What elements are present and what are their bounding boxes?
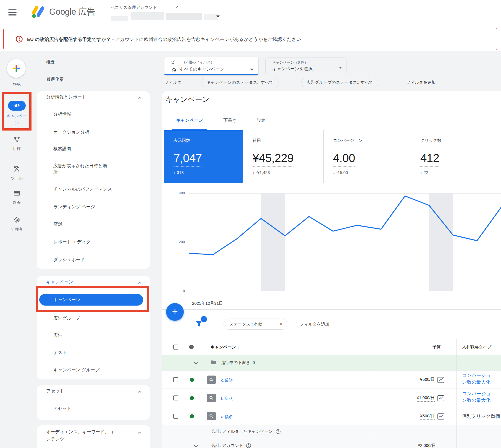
filter-chip-label: 広告グループのステータス:: すべて (306, 80, 373, 85)
metric-value: ¥45,229 (253, 152, 293, 167)
budget-value[interactable]: ¥500/日 (420, 413, 435, 420)
chevron-up-icon[interactable] (137, 95, 142, 100)
bid-strategy-link[interactable]: コンバージョ ン数の最大化 (462, 390, 491, 404)
campaign-link[interactable]: c.業態 (221, 378, 233, 383)
filter-chip-adgroup-status[interactable]: 広告グループのステータス:: すべて (301, 78, 378, 87)
page-title: キャンペーン (166, 95, 209, 104)
drafts-row-label: 進行中の下書き: 0 (221, 360, 255, 365)
row-checkbox[interactable] (173, 395, 178, 400)
status-column-dot-icon[interactable] (189, 345, 194, 349)
account-switcher-caret-icon[interactable] (216, 15, 220, 17)
card-separator (323, 130, 324, 183)
add-filter-button-table[interactable]: フィルタを追加 (300, 322, 329, 327)
subnav-item-report-editor[interactable]: レポート エディタ (53, 239, 91, 245)
subnav-item-ads[interactable]: 広告 (53, 332, 62, 338)
chevron-down-icon[interactable] (193, 360, 199, 366)
billing-card-icon[interactable] (13, 189, 21, 197)
campaign-select-dropdown[interactable]: キャンペーン（6 件） キャンペーンを選択 (265, 58, 347, 74)
metric-delta: ↑ 22 (420, 170, 485, 175)
subnav-item-assets[interactable]: アセット (53, 405, 72, 411)
metric-card-cost[interactable]: 費用 ¥45,229 ↓ -¥1,423 (243, 130, 323, 183)
bid-strategy-link[interactable]: コンバージョ ン数の最大化 (462, 372, 491, 386)
tab-campaigns[interactable]: キャンペーン (172, 118, 207, 123)
subnav-group-campaigns-title[interactable]: キャンペーン (46, 279, 73, 285)
status-enabled-icon[interactable] (190, 396, 194, 400)
campaign-link[interactable]: a.指名 (221, 414, 233, 420)
add-filter-button[interactable]: フィルタを追加 (406, 80, 436, 85)
filter-chip-label: キャンペーンのステータス:: すべて (206, 80, 273, 85)
tab-drafts[interactable]: 下書き (220, 118, 240, 123)
home-icon (171, 67, 177, 72)
subnav-item-ad-groups[interactable]: 広告グループ (53, 315, 80, 321)
row-checkbox[interactable] (173, 414, 178, 419)
subnav-item-campaign-groups[interactable]: キャンペーン グループ (53, 367, 99, 373)
help-icon[interactable]: ? (246, 443, 251, 448)
chevron-up-icon[interactable] (137, 389, 142, 394)
rail-item-admin-label[interactable]: 管理者 (0, 226, 33, 233)
column-header-bid-strategy[interactable]: 入札戦略タイプ (462, 345, 491, 350)
column-header-campaign[interactable]: キャンペーン ↓ (211, 345, 239, 350)
view-dropdown[interactable]: ビュー（2 個のフィルタ） すべてのキャンペーン (164, 57, 258, 75)
subnav-item-experiments[interactable]: テスト (53, 350, 67, 356)
tab-settings[interactable]: 設定 (253, 118, 269, 123)
status-enabled-icon[interactable] (190, 378, 194, 382)
budget-chart-icon[interactable] (437, 377, 445, 383)
remove-filter-icon[interactable]: × (280, 321, 283, 327)
chevron-down-icon[interactable] (193, 443, 199, 448)
active-tab-underline (172, 129, 207, 130)
subnav-item-landing-pages[interactable]: ランディング ページ (53, 204, 95, 210)
rail-item-create-label[interactable]: 作成 (0, 80, 33, 87)
dropdown-caret-icon (250, 69, 253, 71)
metric-card-clicks[interactable]: クリック数 412 ↑ 22 (411, 130, 485, 183)
metric-value: 412 (420, 152, 439, 167)
budget-value[interactable]: ¥1,000/日 (417, 395, 435, 402)
rail-item-campaigns[interactable] (8, 101, 26, 111)
column-header-budget[interactable]: 予算 (372, 345, 441, 350)
subnav-item-dashboards[interactable]: ダッシュボード (53, 257, 85, 263)
create-button[interactable] (7, 59, 26, 78)
breadcrumb-manager-account[interactable]: ペコリス管理アカウント (111, 5, 157, 10)
goals-trophy-icon[interactable] (13, 136, 21, 144)
select-all-checkbox[interactable] (173, 345, 178, 350)
rail-item-tools-label[interactable]: ツール (0, 175, 33, 182)
filter-chip-campaign-status[interactable]: キャンペーンのステータス:: すべて (201, 78, 279, 87)
row-checkbox[interactable] (173, 377, 178, 382)
subnav-item-overview[interactable]: 概要 (46, 59, 55, 65)
subnav-group-audiences-title[interactable]: オーディエンス、キーワード、コンテンツ (46, 428, 118, 443)
rail-item-campaigns-label[interactable]: キャンペーン (6, 113, 28, 126)
add-campaign-fab[interactable]: + (166, 303, 184, 321)
chevron-up-icon[interactable] (137, 280, 142, 285)
budget-value[interactable]: ¥500/日 (420, 377, 435, 383)
subnav-item-search-terms[interactable]: 検索語句 (53, 146, 71, 152)
metric-value: 4.00 (333, 152, 355, 167)
google-ads-app: Google 広告 ペコリス管理アカウント > EU の政治広告を配信する予定で… (0, 0, 501, 448)
tools-icon[interactable] (13, 165, 21, 173)
subnav-item-auction-insights[interactable]: オークション分析 (53, 129, 89, 135)
menu-hamburger-icon[interactable] (8, 9, 17, 16)
subnav-item-recommendations[interactable]: 最適化案 (46, 77, 64, 82)
chevron-up-icon[interactable] (137, 430, 142, 435)
subnav-group-assets-title[interactable]: アセット (46, 388, 64, 394)
campaign-link[interactable]: b.症状 (221, 396, 233, 401)
rail-item-billing-label[interactable]: 料金 (0, 199, 33, 206)
subnav-item-stores[interactable]: 店舗 (53, 221, 62, 227)
budget-cell: ¥500/日 (372, 413, 445, 420)
help-icon[interactable]: ? (276, 429, 281, 434)
view-dropdown-value: すべてのキャンペーン (179, 66, 224, 72)
metric-card-conversions[interactable]: コンバージョン 4.00 ↓ -15.00 (323, 130, 411, 183)
metric-card-impressions[interactable]: 表示回数 7,047 ↑ 318 (164, 130, 243, 183)
subnav-item-channel-performance[interactable]: チャンネルのパフォーマンス (53, 186, 112, 192)
subnav-group-insights-title[interactable]: 分析情報とレポート (46, 94, 86, 100)
status-filter-chip[interactable]: ステータス:: 有効 × (224, 319, 287, 330)
status-enabled-icon[interactable] (190, 414, 194, 418)
budget-chart-icon[interactable] (437, 413, 445, 420)
eu-political-ads-banner[interactable]: EU の政治広告を配信する予定ですか？ - アカウントに欧州連合の政治広告を含む… (3, 28, 497, 50)
admin-gear-icon[interactable] (13, 216, 21, 224)
subnav-item-campaigns-active[interactable]: キャンペーン (39, 294, 143, 306)
rail-item-goals-label[interactable]: 目標 (0, 145, 33, 152)
budget-chart-icon[interactable] (437, 395, 445, 402)
card-separator (411, 130, 411, 183)
subnav-item-when-where-ads-showed[interactable]: 広告が表示された日時と場 所 (53, 163, 107, 175)
subnav-item-insights[interactable]: 分析情報 (53, 111, 71, 117)
metric-label: コンバージョン (333, 138, 411, 143)
